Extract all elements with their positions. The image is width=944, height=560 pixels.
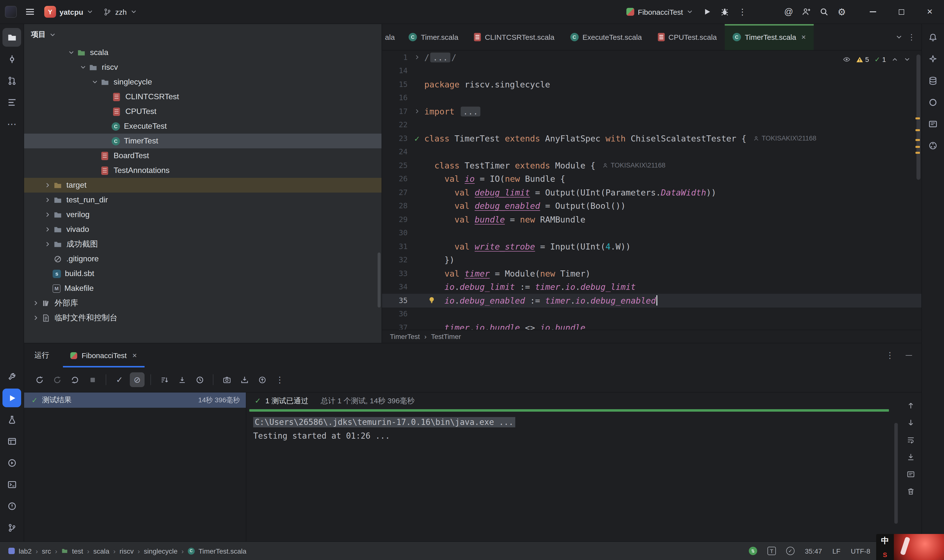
sync-status-icon[interactable]: ⇅ (749, 547, 757, 555)
console-line[interactable]: Testing started at 01:26 ... (253, 429, 900, 443)
next-problem-button[interactable] (904, 56, 910, 63)
sort-by-duration-icon[interactable] (157, 372, 171, 387)
tree-item[interactable]: verilog (24, 207, 381, 222)
project-scrollbar[interactable] (378, 252, 381, 308)
sbt-icon[interactable] (924, 93, 942, 111)
tab-options-button[interactable]: ⋮ (908, 32, 915, 42)
test-passed-gutter-icon[interactable]: ✓ (410, 134, 424, 143)
scroll-up-icon[interactable] (904, 398, 918, 412)
line-number[interactable]: 25 (382, 161, 410, 170)
main-menu-button[interactable] (21, 3, 39, 21)
chevron-right-icon[interactable] (43, 182, 52, 189)
close-tab-icon[interactable]: ✕ (801, 34, 806, 40)
close-icon[interactable]: ✕ (132, 352, 137, 359)
more-options-icon[interactable]: ⋮ (272, 372, 287, 387)
test-results-row[interactable]: ✓ 测试结果 14秒 396毫秒 (24, 392, 246, 408)
chevron-right-icon[interactable] (31, 300, 41, 306)
code-line[interactable]: 14 (382, 64, 921, 78)
prev-problem-button[interactable] (892, 56, 898, 63)
line-number[interactable]: 22 (382, 121, 410, 129)
minimize-button[interactable] (858, 0, 887, 24)
code-line[interactable]: 30 (382, 226, 921, 240)
build-icon[interactable] (3, 367, 21, 386)
code-line[interactable]: 33 val timer = Module(new Timer) (382, 267, 921, 280)
status-path-item[interactable]: scala (93, 547, 109, 555)
toggle-auto-test-icon[interactable] (67, 372, 82, 387)
warnings-count[interactable]: 5 (856, 55, 869, 63)
code-line[interactable]: 28 val debug_enabled = Output(Bool()) (382, 199, 921, 213)
code-line[interactable]: 32 }) (382, 253, 921, 267)
tree-item[interactable]: CLINTCSRTest (24, 89, 381, 104)
rerun-icon[interactable] (32, 372, 47, 387)
warning-stripe-mark[interactable] (915, 129, 920, 131)
code-line[interactable]: 27 val debug_limit = Output(UInt(Paramet… (382, 186, 921, 199)
tree-item[interactable]: TestAnnotations (24, 163, 381, 178)
tree-item[interactable]: 外部库 (24, 296, 381, 311)
line-number[interactable]: 1 (382, 53, 410, 62)
status-path-item[interactable]: src (42, 547, 51, 555)
editor-tab[interactable]: CPUTest.scala (650, 24, 725, 50)
tree-item[interactable]: sbuild.sbt (24, 266, 381, 281)
code-line[interactable]: 24 (382, 145, 921, 158)
problems-icon[interactable] (3, 497, 21, 515)
scroll-to-end-icon[interactable] (904, 450, 918, 464)
chevron-right-icon[interactable] (43, 211, 52, 218)
maximize-button[interactable] (887, 0, 915, 24)
warning-stripe-mark[interactable] (915, 117, 920, 119)
warning-stripe-mark[interactable] (915, 152, 920, 154)
line-number[interactable]: 32 (382, 256, 410, 265)
ime-widget[interactable]: 中 S (876, 534, 944, 560)
editor-tab[interactable]: CTimerTest.scala✕ (725, 24, 814, 50)
tree-item[interactable]: CTimerTest (24, 134, 381, 148)
run-button[interactable] (698, 3, 716, 21)
line-number[interactable]: 35 (382, 296, 410, 305)
line-number[interactable]: 15 (382, 80, 410, 89)
warning-stripe-mark[interactable] (915, 146, 920, 148)
status-path-item[interactable]: riscv (119, 547, 134, 555)
dependencies-icon[interactable] (924, 136, 942, 155)
fold-icon[interactable] (410, 108, 424, 115)
line-number[interactable]: 26 (382, 175, 410, 183)
run-tab[interactable]: FibonacciTest ✕ (63, 343, 145, 368)
project-widget[interactable]: Y yatcpu (39, 3, 99, 21)
code-line[interactable]: 15package riscv.singlecycle (382, 78, 921, 91)
services-icon[interactable] (3, 410, 21, 429)
editor-tab[interactable]: CLINTCSRTest.scala (466, 24, 562, 50)
chevron-down-icon[interactable] (66, 49, 76, 56)
run-tool-window-icon[interactable] (3, 389, 21, 407)
tree-item[interactable]: singlecycle (24, 75, 381, 89)
show-passed-icon[interactable]: ✓ (112, 372, 127, 387)
editor-tab[interactable]: CExecuteTest.scala (562, 24, 650, 50)
code-line[interactable]: 37 timer.io.bundle <> io.bundle (382, 321, 921, 329)
at-mention-button[interactable]: @ (780, 3, 797, 21)
hide-tool-window-button[interactable] (901, 348, 916, 363)
tree-item[interactable]: scala (24, 45, 381, 60)
fold-icon[interactable] (410, 54, 424, 61)
code-line[interactable]: 25 class TestTimer extends Module {TOKIS… (382, 158, 921, 172)
tree-item[interactable]: CExecuteTest (24, 119, 381, 134)
code-line[interactable]: 34 io.debug_limit := timer.io.debug_limi… (382, 280, 921, 294)
passed-count[interactable]: ✓1 (875, 55, 886, 63)
line-number[interactable]: 34 (382, 283, 410, 292)
code-line[interactable]: 26 val io = IO(new Bundle { (382, 172, 921, 186)
search-button[interactable] (815, 3, 833, 21)
status-path-item[interactable]: test (72, 547, 83, 555)
code-editor[interactable]: 1/.../1415package riscv.singlecycle1617i… (382, 51, 921, 329)
tree-item[interactable]: vivado (24, 222, 381, 237)
tree-item[interactable]: riscv (24, 60, 381, 75)
dashboard-icon[interactable] (3, 432, 21, 451)
test-console[interactable]: ✓ 1 测试已通过 总计 1 个测试, 14秒 396毫秒 C:\Users\2… (246, 392, 900, 542)
line-separator[interactable]: LF (832, 547, 841, 555)
commit-icon[interactable] (3, 49, 21, 68)
breadcrumb-item[interactable]: TimerTest (390, 332, 420, 340)
code-line[interactable]: 22 (382, 118, 921, 132)
structure-icon[interactable] (3, 93, 21, 111)
tree-item[interactable]: 临时文件和控制台 (24, 311, 381, 325)
more-tool-windows-icon[interactable]: ⋯ (3, 114, 21, 133)
run-panel-options-button[interactable]: ⋮ (882, 348, 898, 363)
code-line[interactable]: 31 val write_strobe = Input(UInt(4.W)) (382, 240, 921, 253)
project-icon[interactable] (3, 28, 21, 47)
line-number[interactable]: 17 (382, 107, 410, 116)
hidden-tabs-button[interactable] (895, 34, 903, 41)
line-number[interactable]: 16 (382, 94, 410, 102)
